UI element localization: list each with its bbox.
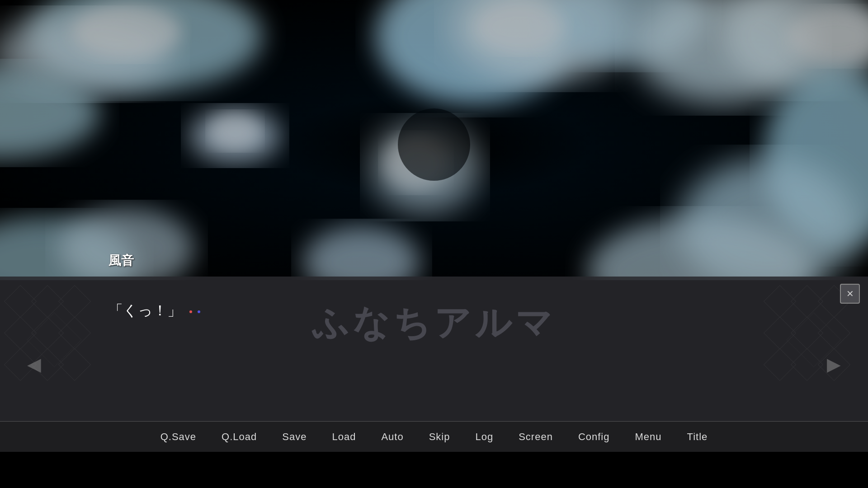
right-arrow[interactable]: ▶ — [827, 354, 841, 375]
toolbar-btn-load[interactable]: Load — [319, 427, 368, 447]
cursor-dot-red — [189, 310, 192, 313]
cursor-dot-blue — [198, 310, 200, 313]
toolbar-btn-qsave[interactable]: Q.Save — [148, 427, 209, 447]
text-cursor — [189, 299, 202, 322]
toolbar-btn-menu[interactable]: Menu — [622, 427, 674, 447]
toolbar-btn-log[interactable]: Log — [462, 427, 506, 447]
svg-rect-39 — [0, 0, 868, 280]
speaker-name: 風音 — [108, 252, 134, 269]
toolbar-btn-skip[interactable]: Skip — [416, 427, 463, 447]
close-button[interactable] — [840, 284, 860, 304]
toolbar-btn-title[interactable]: Title — [675, 427, 721, 447]
dialogue-text: 「くっ！」 — [108, 299, 760, 322]
app: 風音 — [0, 0, 868, 488]
toolbar: Q.SaveQ.LoadSaveLoadAutoSkipLogScreenCon… — [0, 421, 868, 452]
left-arrow[interactable]: ◀ — [27, 354, 41, 375]
scene-background[interactable] — [0, 0, 868, 280]
toolbar-btn-screen[interactable]: Screen — [506, 427, 566, 447]
toolbar-btn-auto[interactable]: Auto — [368, 427, 416, 447]
toolbar-btn-qload[interactable]: Q.Load — [209, 427, 269, 447]
dialogue-content: 「くっ！」 — [108, 302, 182, 319]
dialogue-box[interactable]: ふなちアルマ 「くっ！」 ◀ ▶ Q.SaveQ.LoadSaveLoadAut… — [0, 277, 868, 452]
toolbar-btn-save[interactable]: Save — [269, 427, 319, 447]
toolbar-btn-config[interactable]: Config — [566, 427, 623, 447]
left-decoration — [0, 277, 108, 417]
